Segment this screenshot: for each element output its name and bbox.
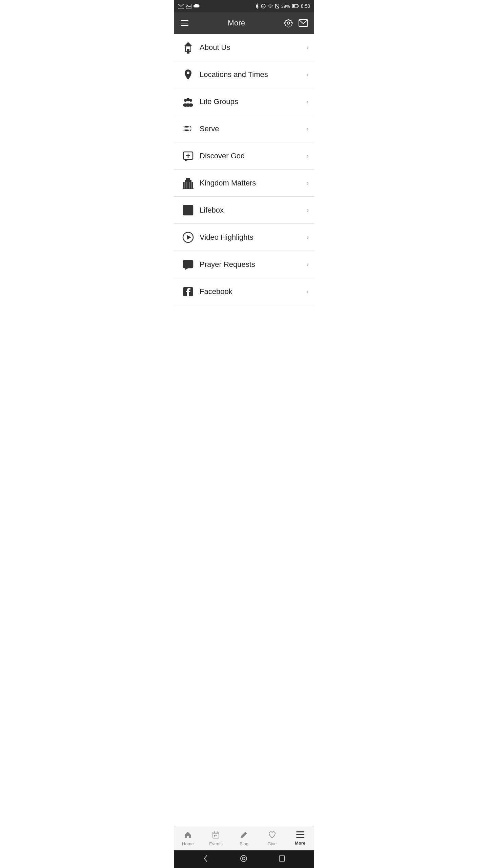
life-groups-label: Life Groups bbox=[200, 97, 304, 106]
mail-button[interactable] bbox=[299, 18, 308, 28]
header: More bbox=[174, 12, 314, 34]
svg-rect-50 bbox=[214, 835, 215, 836]
svg-rect-53 bbox=[296, 831, 304, 832]
facebook-icon bbox=[179, 285, 197, 298]
mail-status-icon bbox=[178, 4, 184, 8]
prayer-chat-icon bbox=[179, 258, 197, 271]
prayer-requests-label: Prayer Requests bbox=[200, 260, 304, 269]
lifebox-chevron: › bbox=[306, 206, 309, 214]
svg-rect-31 bbox=[185, 180, 191, 182]
image-status-icon bbox=[186, 4, 191, 8]
more-nav-icon bbox=[296, 831, 304, 840]
status-left-icons bbox=[178, 4, 200, 8]
settings-button[interactable] bbox=[284, 18, 293, 28]
back-button[interactable] bbox=[203, 854, 208, 864]
church-icon bbox=[179, 41, 197, 54]
discover-god-label: Discover God bbox=[200, 152, 304, 160]
svg-point-24 bbox=[185, 103, 191, 107]
nav-item-more[interactable]: More bbox=[286, 826, 314, 850]
menu-item-about-us[interactable]: About Us › bbox=[174, 34, 314, 61]
menu-item-lifebox[interactable]: Lifebox › bbox=[174, 197, 314, 224]
system-nav bbox=[174, 850, 314, 868]
menu-item-life-groups[interactable]: Life Groups › bbox=[174, 88, 314, 115]
menu-item-serve[interactable]: Serve › bbox=[174, 115, 314, 142]
mute-icon bbox=[261, 4, 266, 8]
kingdom-matters-chevron: › bbox=[306, 179, 309, 187]
give-nav-label: Give bbox=[267, 841, 277, 846]
svg-rect-55 bbox=[296, 837, 304, 838]
svg-point-25 bbox=[184, 126, 185, 127]
events-nav-icon bbox=[212, 831, 220, 840]
inbox-icon bbox=[179, 204, 197, 216]
more-nav-label: More bbox=[295, 841, 305, 846]
svg-rect-52 bbox=[214, 836, 215, 837]
give-nav-icon bbox=[268, 831, 276, 840]
battery-percent: 39% bbox=[281, 4, 290, 9]
locations-chevron: › bbox=[306, 71, 309, 78]
recents-button[interactable] bbox=[279, 855, 285, 863]
play-button-icon bbox=[179, 231, 197, 243]
locations-label: Locations and Times bbox=[200, 70, 304, 79]
menu-item-video-highlights[interactable]: Video Highlights › bbox=[174, 224, 314, 251]
about-us-chevron: › bbox=[306, 43, 309, 51]
bottom-nav: Home Events Blog bbox=[174, 826, 314, 850]
status-right-icons: 39% 8:50 bbox=[256, 3, 310, 9]
menu-list: About Us › Locations and Times › Life Gr… bbox=[174, 34, 314, 826]
serve-label: Serve bbox=[200, 124, 304, 133]
discover-god-chevron: › bbox=[306, 152, 309, 160]
svg-rect-11 bbox=[292, 5, 294, 7]
blog-nav-label: Blog bbox=[240, 841, 248, 846]
svg-point-26 bbox=[184, 130, 185, 131]
cloud-status-icon bbox=[194, 4, 200, 8]
facebook-label: Facebook bbox=[200, 287, 304, 296]
svg-rect-35 bbox=[186, 182, 187, 189]
people-group-icon bbox=[179, 96, 197, 108]
svg-rect-36 bbox=[189, 182, 190, 189]
svg-point-19 bbox=[184, 99, 187, 102]
menu-item-locations[interactable]: Locations and Times › bbox=[174, 61, 314, 88]
envelope-icon bbox=[299, 19, 308, 27]
svg-point-6 bbox=[270, 7, 271, 8]
menu-item-discover-god[interactable]: Discover God › bbox=[174, 142, 314, 170]
header-right bbox=[284, 18, 308, 28]
nav-item-events[interactable]: Events bbox=[202, 826, 230, 850]
svg-line-8 bbox=[276, 4, 279, 8]
hamburger-button[interactable] bbox=[180, 18, 189, 28]
lifebox-label: Lifebox bbox=[200, 206, 304, 215]
nav-item-give[interactable]: Give bbox=[258, 826, 286, 850]
svg-rect-54 bbox=[296, 834, 304, 835]
sim-icon bbox=[275, 4, 279, 8]
video-highlights-label: Video Highlights bbox=[200, 233, 304, 242]
svg-rect-32 bbox=[186, 178, 190, 180]
about-us-label: About Us bbox=[200, 43, 304, 52]
svg-marker-41 bbox=[187, 235, 191, 240]
svg-rect-51 bbox=[216, 835, 217, 836]
svg-rect-58 bbox=[279, 856, 285, 861]
menu-item-facebook[interactable]: Facebook › bbox=[174, 278, 314, 305]
events-nav-label: Events bbox=[209, 841, 223, 846]
svg-point-57 bbox=[242, 857, 245, 860]
svg-rect-33 bbox=[183, 188, 194, 189]
nav-item-home[interactable]: Home bbox=[174, 826, 202, 850]
home-nav-label: Home bbox=[182, 841, 194, 846]
prayer-requests-chevron: › bbox=[306, 260, 309, 268]
svg-rect-34 bbox=[184, 182, 185, 189]
menu-item-prayer-requests[interactable]: Prayer Requests › bbox=[174, 251, 314, 278]
svg-point-21 bbox=[186, 98, 190, 101]
header-title: More bbox=[228, 19, 245, 27]
video-highlights-chevron: › bbox=[306, 233, 309, 241]
status-time: 8:50 bbox=[301, 3, 310, 9]
menu-item-kingdom-matters[interactable]: Kingdom Matters › bbox=[174, 170, 314, 197]
location-pin-icon bbox=[179, 68, 197, 81]
header-left bbox=[180, 18, 189, 28]
blog-nav-icon bbox=[240, 831, 248, 840]
nav-item-blog[interactable]: Blog bbox=[230, 826, 258, 850]
battery-icon bbox=[292, 4, 299, 8]
building-icon bbox=[179, 177, 197, 189]
cross-chat-icon bbox=[179, 150, 197, 162]
home-button[interactable] bbox=[240, 855, 247, 864]
svg-point-20 bbox=[189, 99, 192, 102]
svg-rect-37 bbox=[191, 182, 192, 189]
gear-icon bbox=[284, 19, 293, 27]
fish-icon bbox=[179, 123, 197, 135]
